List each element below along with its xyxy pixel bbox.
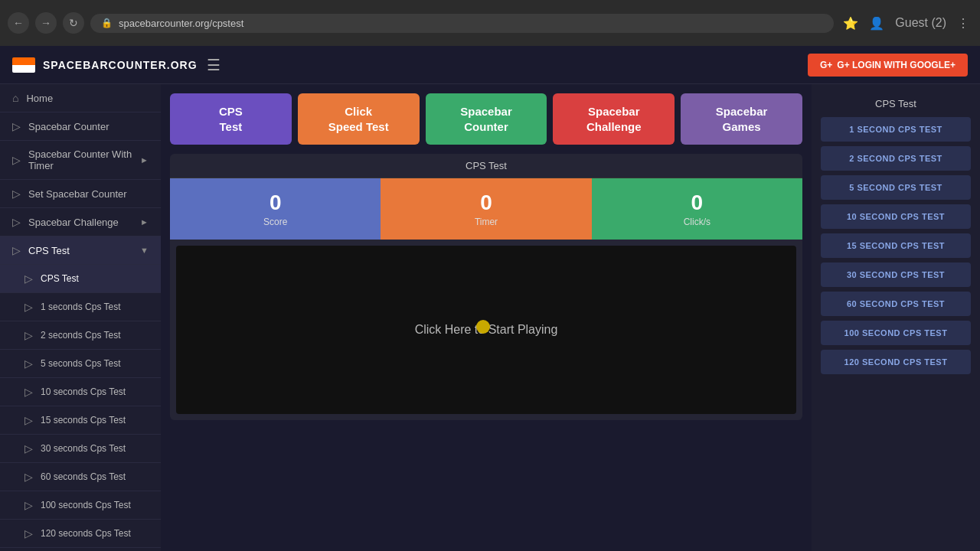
cursor-icon-9: ▷ [24,357,33,370]
sidebar-sub-60sec[interactable]: ▷ 60 seconds Cps Test [0,463,161,491]
sidebar-sub-2sec[interactable]: ▷ 2 seconds Cps Test [0,321,161,350]
sidebar-5sec-label: 5 seconds Cps Test [41,358,121,369]
back-button[interactable]: ← [8,12,29,34]
content-area: CPSTest ClickSpeed Test SpacebarCounter … [161,84,980,551]
cursor-icon: ▷ [12,120,21,132]
hamburger-icon[interactable]: ☰ [207,56,220,74]
cursor-icon-3: ▷ [12,187,21,200]
nav-card-spacebar-challenge[interactable]: SpacebarChallenge [553,93,675,145]
clicks-value: 0 [599,191,795,215]
timer-label: Timer [388,217,583,227]
sidebar-120sec-label: 120 seconds Cps Test [41,528,131,539]
right-panel: CPS Test 1 SECOND CPS TEST 2 SECOND CPS … [812,84,980,551]
stats-row: 0 Score 0 Timer 0 Click/s [170,178,802,240]
nav-card-click-speed[interactable]: ClickSpeed Test [298,93,420,145]
sidebar-10sec-label: 10 seconds Cps Test [41,386,126,397]
link-10sec[interactable]: 10 SECOND CPS TEST [821,204,971,229]
cursor-icon-15: ▷ [24,527,33,540]
nav-click-speed-label: ClickSpeed Test [328,105,389,133]
guest-label: Guest (2) [892,13,949,33]
link-120sec[interactable]: 120 SECOND CPS TEST [821,350,971,374]
link-30sec[interactable]: 30 SECOND CPS TEST [821,262,971,287]
sidebar-sub-1sec[interactable]: ▷ 1 seconds Cps Test [0,293,161,321]
sidebar-sub-120sec[interactable]: ▷ 120 seconds Cps Test [0,520,161,548]
link-5sec[interactable]: 5 SECOND CPS TEST [821,175,971,200]
login-button[interactable]: G+ G+ LOGIN WITH GOOGLE+ [808,54,968,77]
address-bar[interactable]: 🔒 spacebarcounter.org/cpstest [90,14,834,33]
sidebar-30sec-label: 30 seconds Cps Test [41,443,126,454]
sidebar-item-spacebar-timer[interactable]: ▷ Spacebar Counter With Timer ► [0,141,161,180]
cursor-icon-2: ▷ [12,154,21,166]
sidebar: ⌂ Home ▷ Spacebar Counter ▷ Spacebar Cou… [0,84,161,551]
link-2sec[interactable]: 2 SECOND CPS TEST [821,146,971,171]
main-layout: ⌂ Home ▷ Spacebar Counter ▷ Spacebar Cou… [0,84,980,551]
cursor-icon-13: ▷ [24,471,33,483]
browser-actions: ⭐ 👤 Guest (2) ⋮ [840,13,972,34]
menu-icon[interactable]: ⋮ [954,13,972,34]
sidebar-item-cps-test[interactable]: ▷ CPS Test ▼ [0,236,161,265]
cursor-icon-5: ▷ [12,244,21,256]
sidebar-sub-5sec[interactable]: ▷ 5 seconds Cps Test [0,350,161,378]
score-value: 0 [178,191,373,215]
sidebar-1sec-label: 1 seconds Cps Test [41,302,121,312]
sidebar-item-typing-test[interactable]: ⌨ Typing Test ► [0,548,161,551]
sidebar-item-spacebar-counter[interactable]: ▷ Spacebar Counter [0,112,161,141]
cursor-icon-6: ▷ [24,272,33,285]
cursor-dot [476,320,490,334]
profile-icon[interactable]: 👤 [866,13,887,34]
login-label: G+ LOGIN WITH GOOGLE+ [837,60,956,70]
link-1sec[interactable]: 1 SECOND CPS TEST [821,117,971,142]
sidebar-item-home[interactable]: ⌂ Home [0,84,161,112]
nav-card-spacebar-games[interactable]: SpacebarGames [681,93,802,145]
lock-icon: 🔒 [101,18,113,28]
play-area[interactable]: Click Here to Start Playing [176,246,796,414]
timer-card: 0 Timer [381,178,591,240]
url-text: spacebarcounter.org/cpstest [119,18,243,29]
right-panel-title: CPS Test [821,93,971,117]
cps-test-section: CPS Test 0 Score 0 Timer 0 Click/s [170,154,802,420]
bookmark-icon[interactable]: ⭐ [840,13,861,34]
refresh-button[interactable]: ↻ [63,12,84,34]
cursor-icon-7: ▷ [24,301,33,313]
link-100sec[interactable]: 100 SECOND CPS TEST [821,321,971,345]
sidebar-spacebar-timer-label: Spacebar Counter With Timer [28,148,132,171]
google-icon: G+ [820,60,832,70]
logo-stripe [12,57,35,73]
sidebar-sub-10sec[interactable]: ▷ 10 seconds Cps Test [0,378,161,406]
nav-spacebar-counter-label: SpacebarCounter [460,105,512,133]
cursor-icon-14: ▷ [24,499,33,511]
main-content: CPSTest ClickSpeed Test SpacebarCounter … [161,84,812,551]
cursor-icon-4: ▷ [12,216,21,228]
top-nav-cards: CPSTest ClickSpeed Test SpacebarCounter … [170,93,802,145]
arrow-icon: ► [140,155,149,165]
sidebar-2sec-label: 2 seconds Cps Test [41,330,121,341]
logo-text: SPACEBARCOUNTER.ORG [43,59,198,71]
clicks-card: 0 Click/s [592,178,802,240]
app-header: SPACEBARCOUNTER.ORG ☰ G+ G+ LOGIN WITH G… [0,46,980,84]
browser-chrome: ← → ↻ 🔒 spacebarcounter.org/cpstest ⭐ 👤 … [0,0,980,46]
link-15sec[interactable]: 15 SECOND CPS TEST [821,233,971,258]
sidebar-sub-cps-test[interactable]: ▷ CPS Test [0,265,161,293]
sidebar-item-set-spacebar[interactable]: ▷ Set Spacebar Counter [0,180,161,208]
forward-button[interactable]: → [35,12,57,34]
sidebar-60sec-label: 60 seconds Cps Test [41,471,126,482]
nav-card-spacebar-counter[interactable]: SpacebarCounter [426,93,547,145]
home-icon: ⌂ [12,92,18,104]
cursor-icon-10: ▷ [24,386,33,398]
sidebar-challenge-label: Spacebar Challenge [28,217,119,228]
arrow-icon-2: ► [140,217,149,227]
nav-card-cps-test[interactable]: CPSTest [170,93,292,145]
cps-section-title: CPS Test [170,154,802,178]
sidebar-item-spacebar-challenge[interactable]: ▷ Spacebar Challenge ► [0,208,161,236]
score-card: 0 Score [170,178,381,240]
sidebar-set-spacebar-label: Set Spacebar Counter [28,188,127,200]
sidebar-sub-15sec[interactable]: ▷ 15 seconds Cps Test [0,406,161,435]
sidebar-sub-30sec[interactable]: ▷ 30 seconds Cps Test [0,435,161,463]
cursor-icon-8: ▷ [24,329,33,341]
sidebar-sub-100sec[interactable]: ▷ 100 seconds Cps Test [0,491,161,520]
link-60sec[interactable]: 60 SECOND CPS TEST [821,292,971,316]
timer-value: 0 [388,191,583,215]
nav-spacebar-challenge-label: SpacebarChallenge [586,105,642,133]
sidebar-sub-cps-label: CPS Test [41,273,79,284]
sidebar-100sec-label: 100 seconds Cps Test [41,500,131,510]
